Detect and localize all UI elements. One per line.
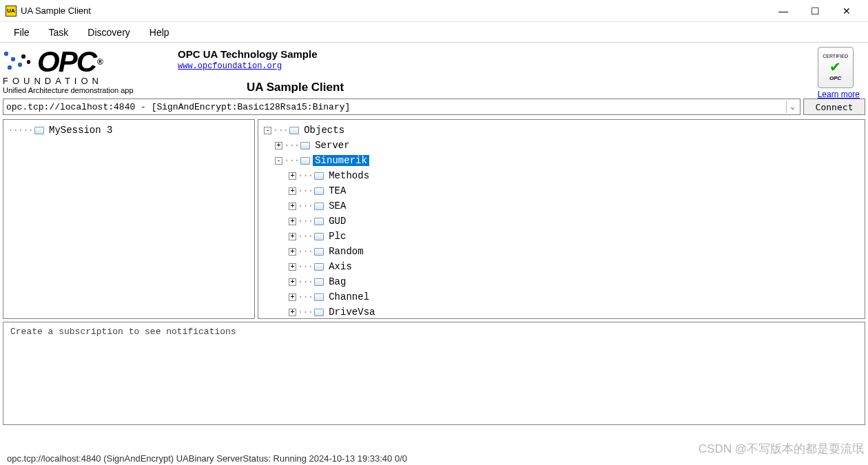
cert-label: CERTIFIED — [823, 54, 848, 59]
status-text: opc.tcp://localhost:4840 (SignAndEncrypt… — [7, 453, 407, 464]
node-label-methods: Methods — [327, 170, 371, 181]
folder-icon — [314, 187, 324, 195]
folder-icon — [300, 157, 310, 165]
cert-opc-mini: OPC — [829, 75, 841, 81]
tree-node-server[interactable]: + ··· Server — [260, 138, 863, 153]
status-bar: opc.tcp://localhost:4840 (SignAndEncrypt… — [7, 453, 861, 464]
folder-icon — [314, 203, 324, 210]
maximize-button[interactable]: ☐ — [799, 1, 831, 21]
session-root-node[interactable]: ····· MySession 3 — [5, 123, 253, 138]
expand-icon[interactable]: + — [275, 142, 282, 149]
notifications-placeholder: Create a subscription to see notificatio… — [10, 327, 236, 337]
folder-icon — [34, 127, 44, 134]
tagline-text: Unified Architecture demonstration app — [3, 86, 164, 94]
folder-icon — [314, 172, 324, 180]
expand-icon[interactable]: + — [289, 187, 296, 195]
window-controls: — ☐ ✕ — [767, 1, 862, 21]
connection-url-combo[interactable]: opc.tcp://localhost:4840 - [SignAndEncry… — [3, 99, 800, 115]
logo-dots-icon — [3, 48, 37, 76]
expand-icon[interactable]: + — [289, 293, 296, 301]
titlebar: UA UA Sample Client — ☐ ✕ — [0, 0, 868, 22]
expand-icon[interactable]: + — [289, 248, 296, 256]
tree-node-random[interactable]: +··· Random — [260, 244, 863, 259]
node-label-bag: Bag — [327, 276, 348, 287]
app-icon: UA — [6, 6, 17, 17]
folder-icon — [300, 142, 310, 149]
session-root-label: MySession 3 — [47, 125, 114, 136]
tree-node-channel[interactable]: +··· Channel — [260, 289, 863, 304]
connect-button[interactable]: Connect — [803, 99, 865, 115]
cert-check-icon: ✔ — [829, 59, 841, 75]
tree-node-axis[interactable]: +··· Axis — [260, 259, 863, 274]
opc-logo-block: OPC ® FOUNDATION Unified Architecture de… — [3, 48, 164, 94]
node-label-tea: TEA — [327, 185, 348, 196]
minimize-button[interactable]: — — [767, 1, 799, 21]
menu-help[interactable]: Help — [141, 24, 178, 41]
node-label-sea: SEA — [327, 200, 348, 211]
expand-icon[interactable]: + — [289, 233, 296, 240]
cert-box-icon: CERTIFIED ✔ OPC — [818, 47, 854, 88]
node-label-server: Server — [313, 140, 351, 151]
collapse-icon[interactable]: - — [275, 157, 282, 165]
foundation-text: FOUNDATION — [3, 76, 164, 86]
folder-icon — [314, 263, 324, 271]
opc-foundation-link[interactable]: www.opcfoundation.org — [178, 61, 282, 71]
collapse-icon[interactable]: - — [264, 127, 271, 134]
expand-icon[interactable]: + — [289, 309, 296, 316]
menu-task[interactable]: Task — [41, 24, 77, 41]
menu-file[interactable]: File — [6, 24, 38, 41]
banner-text: OPC UA Technology Sample www.opcfoundati… — [164, 48, 344, 94]
menubar: File Task Discovery Help — [0, 22, 868, 43]
node-label-channel: Channel — [327, 291, 371, 302]
tree-node-methods[interactable]: +··· Methods — [260, 168, 863, 183]
menu-discovery[interactable]: Discovery — [79, 24, 138, 41]
node-label-plc: Plc — [327, 231, 348, 242]
tree-dots: ····· — [8, 125, 33, 136]
tree-node-bag[interactable]: +··· Bag — [260, 274, 863, 289]
tree-node-objects[interactable]: - ··· Objects — [260, 123, 863, 138]
node-label-drivevsa: DriveVsa — [327, 307, 377, 318]
folder-icon — [314, 278, 324, 286]
tree-node-tea[interactable]: +··· TEA — [260, 183, 863, 198]
session-tree-pane[interactable]: ····· MySession 3 — [3, 119, 255, 319]
tree-node-drivevsa[interactable]: +··· DriveVsa — [260, 304, 863, 319]
tree-node-sinumerik[interactable]: - ··· Sinumerik — [260, 153, 863, 168]
node-label-random: Random — [327, 246, 365, 257]
tree-panes: ····· MySession 3 - ··· Objects + ··· Se… — [0, 116, 868, 322]
learn-more-link[interactable]: Learn more — [818, 90, 860, 99]
tree-node-sea[interactable]: +··· SEA — [260, 198, 863, 214]
folder-icon — [314, 248, 324, 256]
node-label-sinumerik: Sinumerik — [313, 155, 369, 166]
tech-title: OPC UA Technology Sample — [178, 48, 344, 60]
logo-reg: ® — [97, 59, 102, 66]
banner: OPC ® FOUNDATION Unified Architecture de… — [0, 43, 868, 97]
connection-url-value: opc.tcp://localhost:4840 - [SignAndEncry… — [6, 102, 350, 112]
opc-logo: OPC ® — [3, 48, 164, 76]
expand-icon[interactable]: + — [289, 278, 296, 286]
cert-badge: CERTIFIED ✔ OPC Learn more — [818, 47, 860, 99]
node-label-objects: Objects — [302, 125, 347, 136]
tree-node-plc[interactable]: +··· Plc — [260, 229, 863, 244]
expand-icon[interactable]: + — [289, 263, 296, 271]
folder-icon — [314, 233, 324, 240]
folder-icon — [289, 127, 299, 134]
expand-icon[interactable]: + — [289, 218, 296, 225]
tree-node-gud[interactable]: +··· GUD — [260, 214, 863, 229]
window-title: UA Sample Client — [21, 6, 767, 16]
expand-icon[interactable]: + — [289, 172, 296, 180]
logo-text: OPC — [37, 49, 96, 75]
connection-row: opc.tcp://localhost:4840 - [SignAndEncry… — [0, 97, 868, 116]
notifications-pane[interactable]: Create a subscription to see notificatio… — [3, 322, 865, 425]
dropdown-icon[interactable]: ⌄ — [786, 101, 798, 113]
close-button[interactable]: ✕ — [831, 1, 862, 21]
folder-icon — [314, 293, 324, 301]
node-label-axis: Axis — [327, 261, 354, 272]
folder-icon — [314, 218, 324, 225]
address-space-tree-pane[interactable]: - ··· Objects + ··· Server - ··· Sinumer… — [258, 119, 865, 319]
node-label-gud: GUD — [327, 216, 348, 227]
expand-icon[interactable]: + — [289, 203, 296, 210]
folder-icon — [314, 309, 324, 316]
sample-client-title: UA Sample Client — [247, 81, 344, 94]
